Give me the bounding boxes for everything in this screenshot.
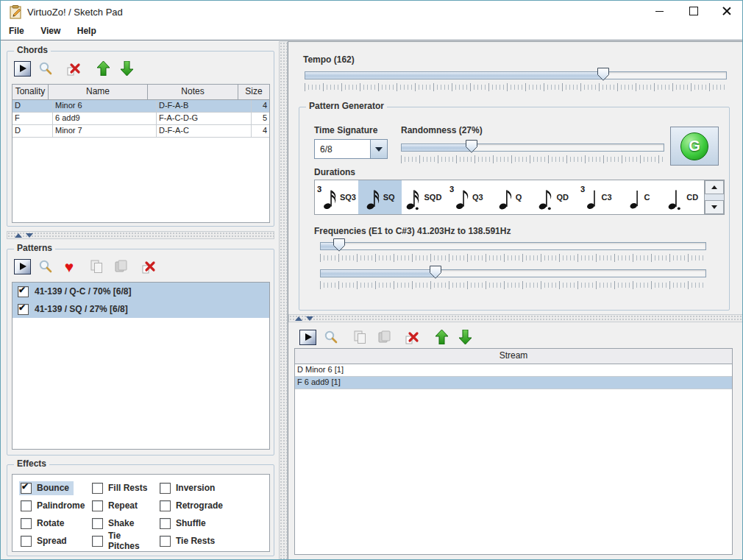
table-row[interactable]: F 6 add9 F-A-C-D-G 5 <box>13 113 269 125</box>
favorite-button[interactable]: ♥ <box>60 258 78 274</box>
column-size[interactable]: Size <box>238 85 269 99</box>
duration-item[interactable]: SQD <box>402 180 445 214</box>
effect-option[interactable]: Spread <box>19 532 90 550</box>
duration-item[interactable]: SQ <box>358 180 402 214</box>
effect-checkbox[interactable] <box>92 518 103 529</box>
copy-button[interactable] <box>352 329 369 345</box>
search-button[interactable] <box>37 60 54 77</box>
move-down-button[interactable] <box>118 60 135 77</box>
effect-checkbox[interactable] <box>21 500 32 511</box>
effect-checkbox[interactable] <box>21 536 32 547</box>
menu-help[interactable]: Help <box>71 23 103 36</box>
randomness-track[interactable] <box>401 143 664 152</box>
table-row[interactable]: D Minor 6 [1] <box>295 364 732 377</box>
duration-item[interactable]: 3 Q3 <box>444 180 488 214</box>
frequency-high-track[interactable] <box>320 269 706 277</box>
delete-button[interactable] <box>140 258 157 274</box>
effect-option[interactable]: Bounce <box>19 479 90 497</box>
effect-option[interactable]: Palindrome <box>19 497 90 514</box>
pattern-list-item[interactable]: 41-139 / Q-C / 70% [6/8] <box>13 283 269 300</box>
play-button[interactable] <box>299 329 316 345</box>
frequency-high-slider[interactable] <box>320 266 705 279</box>
search-button[interactable] <box>322 329 340 345</box>
column-tonality[interactable]: Tonality <box>13 85 49 99</box>
vertical-splitter[interactable] <box>279 41 288 560</box>
duration-item[interactable]: CD <box>661 180 704 214</box>
tempo-slider[interactable] <box>305 68 725 81</box>
duration-item[interactable]: 3 SQ3 <box>315 180 358 214</box>
effect-checkbox[interactable] <box>160 500 171 511</box>
right-splitter[interactable] <box>288 314 743 322</box>
effect-checkbox[interactable] <box>21 518 32 529</box>
play-button[interactable] <box>13 60 31 77</box>
effect-option[interactable]: Fill Rests <box>90 479 158 497</box>
minimize-button[interactable] <box>647 2 672 20</box>
durations-scrollbar[interactable] <box>704 180 724 214</box>
effect-option[interactable]: Repeat <box>90 497 158 514</box>
effect-checkbox[interactable] <box>92 483 103 494</box>
frequency-low-slider[interactable] <box>320 238 705 252</box>
delete-button[interactable] <box>65 60 82 77</box>
pattern-checkbox[interactable] <box>18 286 29 297</box>
move-up-button[interactable] <box>94 60 112 77</box>
randomness-slider[interactable] <box>401 140 663 153</box>
frequency-low-thumb[interactable] <box>333 238 345 252</box>
paste-button[interactable] <box>375 329 393 345</box>
duration-item[interactable]: Q <box>488 180 531 214</box>
splitter-collapse-up-icon[interactable] <box>295 316 302 321</box>
move-up-button[interactable] <box>433 329 450 345</box>
column-name[interactable]: Name <box>49 85 148 99</box>
menu-file[interactable]: File <box>2 23 31 36</box>
copy-button[interactable] <box>88 258 106 274</box>
tempo-track[interactable] <box>305 71 727 79</box>
scroll-track[interactable] <box>705 194 724 200</box>
effect-option[interactable]: Rotate <box>19 514 90 532</box>
duration-item[interactable]: QD <box>531 180 575 214</box>
generate-icon: G <box>680 132 708 160</box>
splitter-collapse-up-icon[interactable] <box>15 233 22 238</box>
effect-option[interactable]: Retrograde <box>158 497 269 514</box>
maximize-button[interactable] <box>681 2 706 20</box>
effect-option[interactable]: Inversion <box>158 479 269 497</box>
pattern-checkbox[interactable] <box>18 304 29 315</box>
effect-checkbox[interactable] <box>160 483 171 494</box>
generate-button[interactable]: G <box>670 127 719 166</box>
column-stream[interactable]: Stream <box>295 349 732 364</box>
play-button[interactable] <box>13 258 31 274</box>
table-row[interactable]: D Minor 7 D-F-A-C 4 <box>13 125 269 138</box>
table-row[interactable]: D Minor 6 D-F-A-B 4 <box>13 100 269 113</box>
effect-checkbox[interactable] <box>92 500 103 511</box>
effect-checkbox[interactable] <box>21 483 32 494</box>
paste-button[interactable] <box>112 258 129 274</box>
table-row[interactable]: F 6 add9 [1] <box>295 377 732 389</box>
frequency-high-thumb[interactable] <box>430 266 441 279</box>
splitter-collapse-down-icon[interactable] <box>26 233 33 238</box>
delete-button[interactable] <box>403 329 421 345</box>
duration-item[interactable]: C <box>617 180 661 214</box>
scroll-up-button[interactable] <box>705 180 724 194</box>
pattern-list-item[interactable]: 41-139 / SQ / 27% [6/8] <box>13 300 269 318</box>
effect-option[interactable]: Tie Pitches <box>90 532 158 550</box>
frequency-low-track[interactable] <box>320 242 706 250</box>
effect-option[interactable]: Tie Rests <box>158 532 269 550</box>
menu-view[interactable]: View <box>34 23 67 36</box>
frequencies-label: Frequencies (E1 to C#3) 41.203Hz to 138.… <box>314 226 511 236</box>
move-down-button[interactable] <box>456 329 474 345</box>
patterns-list: 41-139 / Q-C / 70% [6/8] 41-139 / SQ / 2… <box>12 282 270 450</box>
column-notes[interactable]: Notes <box>148 85 238 99</box>
duration-item[interactable]: 3 C3 <box>575 180 618 214</box>
effect-option[interactable]: Shuffle <box>158 514 269 532</box>
splitter-collapse-down-icon[interactable] <box>306 316 313 321</box>
effect-checkbox[interactable] <box>160 518 171 529</box>
effect-checkbox[interactable] <box>92 536 103 547</box>
time-signature-combo[interactable]: 6/8 <box>314 139 388 159</box>
left-splitter[interactable] <box>7 231 274 239</box>
scroll-down-button[interactable] <box>705 200 724 214</box>
randomness-thumb[interactable] <box>466 140 477 153</box>
tempo-thumb[interactable] <box>597 68 609 81</box>
combo-dropdown-button[interactable] <box>370 140 387 158</box>
effect-checkbox[interactable] <box>160 536 171 547</box>
search-button[interactable] <box>37 258 54 274</box>
close-button[interactable] <box>714 2 739 20</box>
cell-notes: D-F-A-C <box>157 125 252 137</box>
